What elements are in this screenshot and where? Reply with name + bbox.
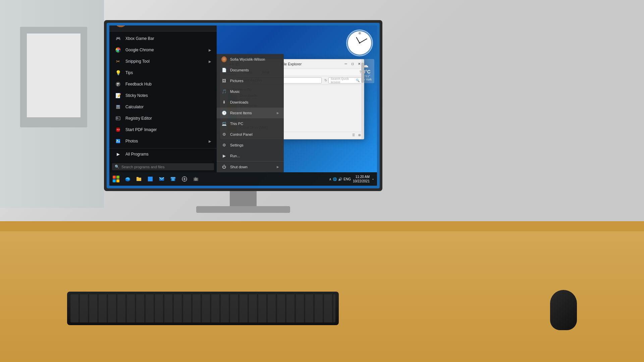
svg-point-30 (184, 178, 185, 180)
arrow-icon: ▶ (277, 165, 279, 169)
feedback-icon (115, 81, 121, 87)
start-item-chrome[interactable]: Google Chrome ▶ (109, 44, 217, 56)
start-item-pdfimager[interactable]: PDF Start PDF Imager (109, 124, 217, 135)
right-recent[interactable]: 🕒 Recent Items ▶ (217, 108, 284, 118)
view-list-button[interactable]: ☰ (351, 133, 356, 137)
arrow-icon: ▶ (209, 48, 211, 52)
pictures-icon: 🖼 (221, 78, 227, 83)
right-run[interactable]: ▶ Run... (217, 150, 284, 161)
tray-up-arrow[interactable]: ∧ (329, 177, 331, 181)
language-indicator[interactable]: ENG (343, 177, 351, 181)
taskbar-clock[interactable]: 11:20 AM 10/22/2021 (353, 175, 370, 183)
taskbar-edge[interactable] (122, 174, 133, 184)
svg-rect-27 (150, 179, 153, 181)
xbox-icon: 🎮 (115, 35, 121, 42)
taskbar-camera[interactable] (191, 174, 201, 184)
start-button[interactable] (111, 174, 121, 184)
scrollbar-thumb[interactable] (361, 63, 364, 83)
keyboard-keys (70, 294, 335, 322)
tray-volume[interactable]: 🔊 (338, 177, 342, 181)
scrollbar[interactable] (361, 59, 364, 139)
search-bar[interactable]: Search Quick access 🔍 (328, 77, 362, 83)
settings-icon: ⚙ (221, 142, 227, 148)
monitor-bezel: ☁ 18°C 19°/11° New York 📁 ◀ ▶ 💾 File Exp… (104, 20, 382, 191)
logo-sq-2 (116, 176, 119, 179)
start-menu-user: Sofia Wycislik-Wilson (109, 25, 217, 32)
minimize-button[interactable]: ─ (343, 61, 348, 67)
logo-sq-3 (113, 179, 116, 182)
svg-rect-12 (119, 108, 120, 109)
tips-icon: 💡 (115, 69, 121, 76)
taskbar-settings[interactable] (179, 174, 190, 184)
tray-network[interactable]: 🌐 (333, 177, 337, 181)
right-user[interactable]: Sofia Wycislik-Wilson (217, 54, 284, 65)
windows-logo (113, 176, 119, 182)
svg-rect-6 (117, 106, 120, 107)
svg-point-21 (128, 180, 129, 181)
svg-rect-25 (150, 177, 153, 179)
user-icon (221, 57, 227, 62)
clock-face (348, 31, 371, 55)
taskbar-windows[interactable] (145, 174, 156, 184)
refresh-button[interactable]: ↻ (324, 78, 327, 82)
right-documents[interactable]: 📄 Documents (217, 65, 284, 75)
start-item-photos[interactable]: Photos ▶ (109, 135, 217, 147)
start-search-bar[interactable]: 🔍 Search programs and files (112, 163, 214, 170)
desk-top (0, 221, 644, 231)
start-item-feedback[interactable]: Feedback Hub (109, 78, 217, 90)
wall-left (0, 0, 104, 208)
start-item-xbox[interactable]: 🎮 Xbox Game Bar (109, 33, 217, 44)
controlpanel-icon: ⚙ (221, 132, 227, 137)
right-controlpanel[interactable]: ⚙ Control Panel (217, 129, 284, 140)
logo-sq-1 (113, 176, 116, 179)
time-display: 11:20 AM (353, 175, 370, 179)
svg-rect-7 (117, 107, 117, 108)
maximize-button[interactable]: □ (350, 61, 355, 67)
sticky-icon: 📝 (115, 92, 121, 99)
taskbar-explorer[interactable] (133, 174, 144, 184)
svg-rect-10 (117, 108, 117, 109)
show-desktop-button[interactable]: ▪ (370, 174, 376, 184)
date-display: 10/22/2021 (353, 179, 370, 183)
monitor-screen: ☁ 18°C 19°/11° New York 📁 ◀ ▶ 💾 File Exp… (107, 23, 380, 188)
svg-point-38 (196, 179, 197, 180)
search-icon: 🔍 (115, 165, 119, 169)
svg-rect-14 (116, 117, 118, 118)
start-item-calculator[interactable]: Calculator (109, 101, 217, 113)
shelf (20, 27, 87, 127)
start-item-all-programs[interactable]: ▶ All Programs (109, 148, 217, 160)
shutdown-icon: ⏻ (221, 164, 227, 170)
arrow-icon: ▶ (209, 60, 211, 63)
start-item-registry[interactable]: Registry Editor (109, 113, 217, 124)
logo-sq-4 (116, 179, 119, 182)
start-menu-list: 🎮 Xbox Game Bar (109, 32, 217, 161)
svg-rect-22 (137, 178, 141, 181)
svg-rect-23 (137, 177, 139, 178)
right-pictures[interactable]: 🖼 Pictures (217, 75, 284, 86)
right-settings[interactable]: ⚙ Settings (217, 140, 284, 150)
registry-icon (115, 115, 121, 122)
svg-rect-8 (118, 107, 118, 108)
keyboard (67, 292, 339, 325)
start-item-tips[interactable]: 💡 Tips (109, 67, 217, 78)
user-avatar (115, 25, 127, 27)
start-item-snipping[interactable]: ✂ Snipping Tool ▶ (109, 56, 217, 67)
start-menu: Sofia Wycislik-Wilson 🎮 Xbox Game Bar (109, 25, 217, 172)
taskbar-mail[interactable] (156, 174, 167, 184)
search-icon: 🔍 (356, 79, 360, 82)
svg-point-3 (117, 49, 119, 51)
run-icon: ▶ (221, 153, 227, 159)
start-item-sticky[interactable]: 📝 Sticky Notes (109, 90, 217, 101)
monitor: ☁ 18°C 19°/11° New York 📁 ◀ ▶ 💾 File Exp… (104, 20, 382, 215)
right-thispc[interactable]: 💻 This PC (217, 118, 284, 129)
svg-rect-26 (148, 179, 150, 181)
right-music[interactable]: 🎵 Music (217, 86, 284, 97)
downloads-icon: ⬇ (221, 100, 227, 105)
right-downloads[interactable]: ⬇ Downloads (217, 97, 284, 108)
right-shutdown[interactable]: ⏻ Shut down ▶ (217, 161, 284, 172)
arrow-icon: ▶ (277, 111, 279, 115)
taskbar-store[interactable] (168, 174, 178, 184)
svg-rect-16 (116, 119, 118, 119)
svg-rect-37 (195, 177, 196, 178)
arrow-icon: ▶ (209, 139, 211, 143)
